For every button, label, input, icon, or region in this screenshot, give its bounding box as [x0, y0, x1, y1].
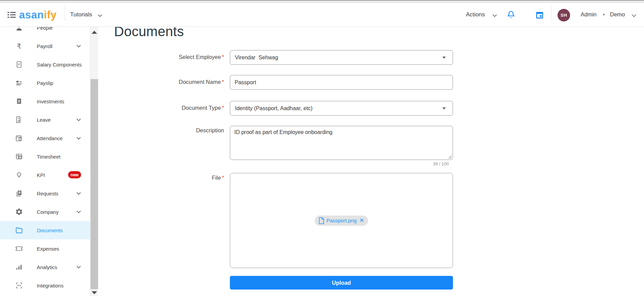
chevron-down-icon[interactable] — [631, 14, 637, 17]
chevron-down-icon — [76, 118, 81, 121]
sidebar-item-timesheet[interactable]: Timesheet — [0, 147, 90, 166]
separator-dot: • — [603, 11, 605, 18]
sidebar-item-requests[interactable]: Requests — [0, 184, 90, 203]
divider — [65, 6, 65, 21]
document-type-value: Identity (Passport, Aadhaar, etc) — [235, 105, 313, 112]
sidebar-item-label: Expenses — [37, 246, 59, 252]
gear-icon — [15, 208, 23, 216]
dropdown-arrow-icon — [442, 107, 446, 109]
sidebar-item-label: Leave — [37, 117, 51, 123]
required-asterisk: * — [222, 54, 224, 60]
calendar-clock-icon — [15, 134, 23, 142]
avatar[interactable]: SH — [557, 9, 570, 21]
folder-icon — [15, 226, 23, 234]
header: asanify Tutorials Actions SH Admin • Dem… — [0, 0, 644, 27]
payslip-icon — [15, 79, 23, 87]
bar-chart-icon — [15, 263, 23, 271]
scroll-down-arrow-icon[interactable] — [92, 291, 97, 294]
file-icon — [319, 217, 324, 224]
document-type-dropdown[interactable]: Identity (Passport, Aadhaar, etc) — [230, 101, 453, 116]
sidebar-item-label: Payslip — [37, 80, 53, 86]
sidebar-item-kpi[interactable]: KPI new — [0, 166, 90, 184]
file-label: File* — [112, 175, 224, 181]
document-name-label: Document Name* — [112, 79, 224, 85]
upload-button[interactable]: Upload — [230, 276, 453, 290]
sidebar-item-label: Timesheet — [37, 154, 60, 160]
scrollbar-thumb[interactable] — [91, 79, 98, 289]
asanify-logo[interactable]: asanify — [19, 9, 57, 21]
sidebar-item-leave[interactable]: Leave — [0, 110, 90, 129]
sidebar-item-label: KPI — [37, 172, 45, 178]
required-asterisk: * — [222, 105, 224, 111]
exit-door-icon — [15, 116, 23, 124]
sidebar-item-company[interactable]: Company — [0, 203, 90, 221]
user-role-label: Admin — [581, 11, 597, 18]
sidebar-item-people[interactable]: People — [0, 27, 90, 37]
chevron-down-icon[interactable] — [492, 14, 497, 17]
select-employee-value: Virendar Sehwag — [235, 55, 278, 61]
actions-menu[interactable]: Actions — [466, 11, 485, 18]
document-icon — [15, 60, 23, 69]
main-content: Documents Select Employee* Virendar Sehw… — [98, 27, 644, 296]
sidebar-item-label: People — [37, 27, 53, 31]
lightbulb-icon — [15, 171, 23, 179]
calendar-icon[interactable] — [535, 10, 544, 19]
chevron-down-icon — [76, 45, 81, 48]
sidebar-item-documents[interactable]: Documents — [0, 221, 90, 239]
sidebar-item-label: Analytics — [37, 264, 57, 270]
new-badge: new — [68, 171, 81, 178]
required-asterisk: * — [222, 175, 224, 181]
remove-file-icon[interactable]: ✕ — [359, 218, 364, 223]
chevron-down-icon — [76, 137, 81, 140]
sidebar-item-label: Payroll — [37, 43, 52, 49]
file-dropzone[interactable]: Passport.png ✕ — [230, 173, 453, 268]
sidebar-item-payslip[interactable]: Payslip — [0, 74, 90, 92]
chevron-down-icon[interactable] — [98, 14, 102, 17]
file-chip[interactable]: Passport.png ✕ — [315, 216, 368, 226]
document-name-input[interactable] — [230, 75, 453, 90]
sidebar-item-label: Salary Components — [37, 62, 82, 68]
sidebar-item-payroll[interactable]: ₹ Payroll — [0, 37, 90, 55]
app-window: People ₹ Payroll Salary Components Paysl… — [0, 0, 644, 296]
sidebar-item-label: Company — [37, 209, 59, 215]
integrations-icon — [15, 281, 23, 290]
sidebar-item-label: Requests — [37, 191, 58, 196]
sidebar-item-label: Investments — [37, 99, 64, 104]
grid-clock-icon — [15, 152, 23, 161]
sidebar-item-investments[interactable]: Investments — [0, 92, 90, 110]
company-name-label: Demo — [610, 11, 625, 18]
menu-list-icon[interactable] — [7, 12, 16, 18]
char-counter: 39 / 100 — [230, 161, 449, 166]
receipt-icon — [15, 97, 23, 105]
sidebar-item-label: Documents — [37, 227, 63, 233]
document-type-label: Document Type* — [112, 105, 224, 111]
resize-handle-icon[interactable] — [448, 155, 452, 159]
window-top-edge — [0, 0, 644, 3]
sidebar-item-attendance[interactable]: Attendance — [0, 129, 90, 147]
file-chip-name: Passport.png — [327, 218, 357, 223]
sidebar-item-salary-components[interactable]: Salary Components — [0, 55, 90, 74]
sidebar-item-analytics[interactable]: Analytics — [0, 258, 90, 276]
sidebar-item-expenses[interactable]: Expenses — [0, 239, 90, 258]
select-employee-label: Select Employee* — [112, 54, 224, 60]
divider — [551, 5, 551, 21]
pages-icon — [15, 189, 23, 197]
tutorials-menu[interactable]: Tutorials — [70, 11, 92, 18]
person-icon — [15, 27, 23, 32]
sidebar: People ₹ Payroll Salary Components Paysl… — [0, 27, 90, 296]
required-asterisk: * — [222, 79, 224, 85]
rupee-icon: ₹ — [15, 42, 23, 50]
sidebar-scrollbar[interactable] — [90, 27, 98, 296]
notifications-bell-icon[interactable] — [506, 10, 516, 19]
sidebar-item-label: Attendance — [37, 135, 63, 141]
scroll-up-arrow-icon[interactable] — [92, 31, 97, 34]
select-employee-dropdown[interactable]: Virendar Sehwag — [230, 50, 453, 65]
ticket-icon — [15, 245, 23, 253]
description-label: Description — [112, 127, 224, 134]
sidebar-item-label: Integrations — [37, 283, 63, 288]
sidebar-item-integrations[interactable]: Integrations — [0, 276, 90, 295]
description-value: ID proof as part of Employee onboarding — [234, 129, 332, 135]
description-textarea[interactable]: ID proof as part of Employee onboarding — [230, 126, 453, 160]
chevron-down-icon — [76, 266, 81, 269]
dropdown-arrow-icon — [442, 57, 446, 59]
